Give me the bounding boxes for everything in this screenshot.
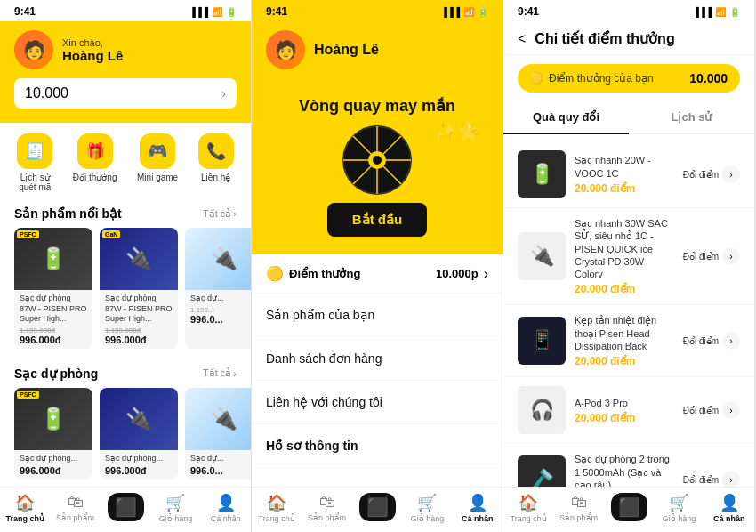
chevron-circle-5[interactable]: › [722, 471, 740, 487]
chevron-circle-4[interactable]: › [722, 401, 740, 419]
nav-home[interactable]: 🏠 Trang chủ [0, 493, 50, 523]
tab-exchange[interactable]: Quà quy đổi [503, 101, 629, 134]
reward-action-4[interactable]: Đổi điểm › [683, 401, 740, 419]
nav2-products[interactable]: 🛍 Sản phẩm [302, 493, 351, 523]
reward-name-3: Kẹp tản nhiệt điện thoại Pisen Head Diss… [575, 314, 674, 352]
phone2: 9:41 ▐▐▐ 📶 🔋 🧑 Hoàng Lê Vòng quay may mắ… [252, 0, 503, 532]
chevron-right-icon2: › [233, 368, 237, 379]
cart-icon3: 🛒 [669, 493, 688, 512]
menu-list: Sản phẩm của bạn Danh sách đơn hàng Liên… [252, 294, 503, 487]
chevron-circle-2[interactable]: › [722, 247, 740, 265]
points-bar[interactable]: 10.000 › [14, 78, 237, 109]
points-summary[interactable]: 🟡 Điểm thưởng 10.000p › [252, 254, 503, 294]
nav-cart-label: Giỏ hàng [159, 514, 193, 523]
nav-home-label: Trang chủ [5, 514, 44, 523]
nav3-profile[interactable]: 👤 Cá nhân [704, 493, 754, 523]
product-name-3: Sạc dự... [190, 294, 251, 304]
nav2-scan[interactable]: ⬛ [352, 493, 402, 523]
points-text: Điểm thưởng [289, 267, 360, 280]
profile-icon: 👤 [216, 493, 236, 512]
nav3-products[interactable]: 🛍 Sản phẩm [553, 493, 603, 523]
nav3-cart[interactable]: 🛒 Giỏ hàng [654, 493, 704, 523]
reward-info-3: Kẹp tản nhiệt điện thoại Pisen Head Diss… [575, 314, 674, 367]
wheel-area: ✨🌟 [266, 125, 488, 196]
backup-all[interactable]: Tất cả › [203, 367, 237, 379]
reward-info-1: Sạc nhanh 20W - VOOC 1C 20.000 điểm [575, 154, 674, 195]
menu-item-orders[interactable]: Danh sách đơn hàng [252, 337, 503, 381]
wifi-icon2: 📶 [463, 7, 474, 17]
scan-btn2[interactable]: ⬛ [359, 493, 396, 521]
backup-card-3[interactable]: 🔌 Sạc dự... 996.0... [185, 388, 251, 480]
reward-action-1[interactable]: Đổi điểm › [683, 165, 740, 183]
quick-item-contact[interactable]: 📞 Liên hệ [198, 133, 234, 192]
nav2-home[interactable]: 🏠 Trang chủ [252, 493, 302, 523]
tab-history[interactable]: Lịch sử [629, 101, 754, 134]
bottom-nav-2: 🏠 Trang chủ 🛍 Sản phẩm ⬛ 🛒 Giỏ hàng 👤 Cá… [252, 487, 503, 532]
featured-all[interactable]: Tất cả › [203, 208, 237, 220]
product-img-3: 🔌 [185, 228, 251, 290]
nav3-cart-label: Giỏ hàng [663, 514, 696, 523]
nav2-cart-label: Giỏ hàng [411, 514, 445, 523]
nav3-scan[interactable]: ⬛ [604, 493, 654, 523]
nav-products[interactable]: 🛍 Sản phẩm [50, 493, 100, 523]
scan-btn[interactable]: ⬛ [108, 493, 144, 521]
backup-badge-1: PSFC [17, 391, 39, 399]
phone1-header: 🧑 Xin chào, Hoàng Lê 10.000 › [0, 21, 251, 123]
menu-item-profile[interactable]: Hồ sơ thông tin [252, 424, 503, 468]
backup-products-list: PSFC 🔋 Sạc dự phòng... 996.000đ 🔌 Sạc dự… [0, 388, 251, 487]
start-btn[interactable]: Bắt đầu [327, 203, 427, 237]
greeting: Xin chào, [62, 37, 123, 48]
status-bar-3: 9:41 ▐▐▐ 📶 🔋 [503, 0, 754, 21]
nav-scan[interactable]: ⬛ [101, 493, 150, 523]
quick-item-minigame[interactable]: 🎮 Mini game [137, 133, 178, 192]
battery-icon3: 🔋 [729, 7, 740, 17]
nav-profile[interactable]: 👤 Cá nhân [201, 493, 251, 523]
reward-img-1: 🔋 [518, 150, 566, 198]
reward-action-3[interactable]: Đổi điểm › [683, 332, 740, 350]
scan-btn3[interactable]: ⬛ [611, 493, 647, 521]
product-img-2: GaN 🔌 [100, 228, 178, 290]
back-button[interactable]: < [518, 31, 526, 47]
avatar2: 🧑 [266, 30, 305, 69]
reward-points-3: 20.000 điểm [575, 355, 674, 367]
rewards-list: 🔋 Sạc nhanh 20W - VOOC 1C 20.000 điểm Đổ… [503, 141, 754, 487]
exchange-btn-5[interactable]: Đổi điểm [683, 475, 719, 485]
signal-icon3: ▐▐▐ [693, 7, 712, 17]
exchange-btn-1[interactable]: Đổi điểm [683, 170, 719, 180]
product-price-1: 996.000đ [20, 335, 87, 345]
backup-title: Sạc dự phòng [14, 367, 98, 381]
backup-card-2[interactable]: 🔌 Sạc dự phòng... 996.000đ [100, 388, 178, 480]
product-price-3: 996.0... [190, 314, 251, 325]
backup-name-1: Sạc dự phòng... [20, 454, 87, 464]
backup-info-3: Sạc dự... 996.0... [185, 450, 251, 480]
chevron-circle-3[interactable]: › [722, 332, 740, 350]
menu-item-contact[interactable]: Liên hệ với chúng tôi [252, 381, 503, 424]
backup-price-2: 996.000đ [105, 465, 173, 476]
backup-img-1: PSFC 🔋 [14, 388, 92, 450]
quick-item-exchange[interactable]: 🎁 Đổi thưởng [73, 133, 117, 192]
reward-img-4: 🎧 [518, 386, 566, 434]
reward-action-5[interactable]: Đổi điểm › [683, 471, 740, 487]
avatar-img: 🧑 [14, 30, 53, 69]
product-card-1[interactable]: PSFC 🔋 Sạc dự phòng 87W - PISEN PRO Supe… [14, 228, 92, 349]
nav-cart[interactable]: 🛒 Giỏ hàng [150, 493, 200, 523]
menu-item-products[interactable]: Sản phẩm của bạn [252, 294, 503, 337]
product-old-price-1: 1.199.000đ [20, 326, 87, 335]
product-card-2[interactable]: GaN 🔌 Sạc dự phòng 87W - PISEN PRO Super… [100, 228, 178, 349]
nav3-home[interactable]: 🏠 Trang chủ [503, 493, 553, 523]
quick-item-history[interactable]: 🧾 Lịch sửquét mã [17, 133, 52, 192]
exchange-btn-3[interactable]: Đổi điểm [683, 336, 719, 346]
product-card-3[interactable]: 🔌 Sạc dự... 1.199... 996.0... [185, 228, 251, 349]
nav2-profile[interactable]: 👤 Cá nhân [453, 493, 503, 523]
reward-item-4: 🎧 A-Pod 3 Pro 20.000 điểm Đổi điểm › [503, 377, 754, 444]
product-badge-1: PSFC [17, 230, 39, 238]
phone2-name: Hoàng Lê [314, 42, 379, 58]
quick-icon-history: 🧾 [17, 133, 52, 169]
chevron-circle-1[interactable]: › [722, 165, 740, 183]
exchange-btn-2[interactable]: Đổi điểm [683, 252, 719, 262]
exchange-btn-4[interactable]: Đổi điểm [683, 406, 719, 415]
reward-action-2[interactable]: Đổi điểm › [683, 247, 740, 265]
backup-card-1[interactable]: PSFC 🔋 Sạc dự phòng... 996.000đ [14, 388, 92, 480]
points-amount: 10.000p [436, 267, 479, 280]
nav2-cart[interactable]: 🛒 Giỏ hàng [402, 493, 452, 523]
